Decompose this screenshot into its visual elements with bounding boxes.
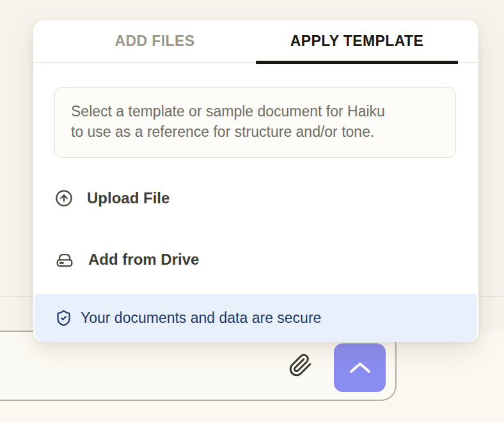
active-tab-underline — [256, 61, 458, 64]
popover-tabbar: ADD FILES APPLY TEMPLATE — [33, 20, 478, 63]
tab-add-files[interactable]: ADD FILES — [54, 20, 256, 62]
upload-file-option[interactable]: Upload File — [55, 188, 169, 208]
description-line: to use as a reference for structure and/… — [71, 121, 439, 142]
circle-arrow-up-icon — [55, 189, 73, 207]
hard-drive-icon — [55, 250, 74, 269]
description-line: Select a template or sample document for… — [71, 101, 439, 121]
attach-file-button[interactable] — [288, 353, 313, 377]
add-from-drive-option[interactable]: Add from Drive — [55, 249, 199, 270]
paperclip-icon — [288, 353, 313, 377]
send-button[interactable] — [334, 343, 386, 392]
security-banner-text: Your documents and data are secure — [81, 309, 321, 327]
chevron-up-icon — [347, 361, 373, 375]
shield-check-icon — [55, 309, 72, 327]
tab-apply-template[interactable]: APPLY TEMPLATE — [256, 20, 458, 62]
template-description-box: Select a template or sample document for… — [54, 87, 456, 158]
security-banner: Your documents and data are secure — [35, 294, 477, 342]
add-from-drive-label: Add from Drive — [88, 251, 199, 269]
upload-file-label: Upload File — [87, 189, 169, 207]
attachment-popover: ADD FILES APPLY TEMPLATE Select a templa… — [33, 20, 478, 342]
